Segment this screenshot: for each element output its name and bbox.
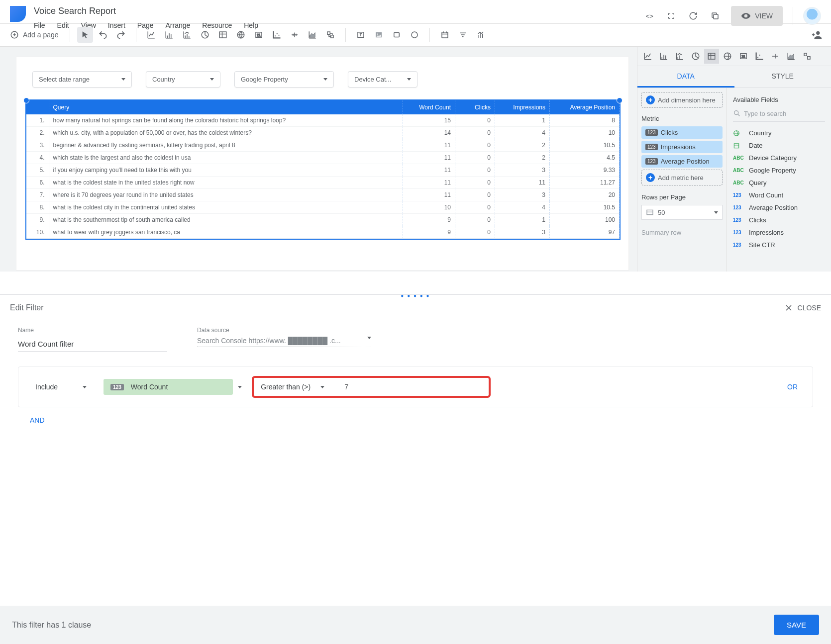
include-exclude-select[interactable]: Include	[28, 379, 94, 395]
report-canvas[interactable]: Select date range Country Google Propert…	[16, 57, 629, 271]
country-filter[interactable]: Country	[146, 71, 220, 88]
copy-icon[interactable]	[709, 10, 721, 22]
filter-value-input[interactable]: 7	[344, 383, 348, 391]
field-item[interactable]: 123Clicks	[733, 214, 825, 226]
svg-point-8	[276, 33, 277, 34]
area-chart-icon[interactable]	[305, 27, 320, 43]
svg-rect-27	[808, 57, 810, 59]
eye-icon	[741, 11, 751, 21]
fields-search[interactable]: Type to search	[733, 107, 825, 122]
filter-name-input[interactable]	[18, 337, 167, 352]
query-table[interactable]: Query Word Count Clicks Impressions Aver…	[25, 99, 621, 240]
ct-table-icon[interactable]	[704, 49, 719, 64]
svg-point-29	[734, 111, 738, 115]
circle-tool[interactable]	[407, 27, 422, 43]
and-button[interactable]: AND	[30, 416, 45, 424]
table-chart-icon[interactable]	[215, 27, 231, 43]
filter-title: Edit Filter	[10, 303, 44, 312]
ct-bullet-icon[interactable]	[768, 49, 783, 64]
field-item[interactable]: 123Average Position	[733, 201, 825, 214]
field-item[interactable]: 123Word Count	[733, 189, 825, 201]
user-avatar[interactable]	[803, 7, 821, 25]
field-item[interactable]: ABCGoogle Property	[733, 164, 825, 177]
scatter-chart-icon[interactable]	[269, 27, 285, 43]
table-row[interactable]: 4.which state is the largest and also th…	[26, 152, 620, 164]
data-tab[interactable]: DATA	[637, 66, 734, 88]
or-button[interactable]: OR	[787, 383, 803, 391]
add-page-button[interactable]: Add a page	[6, 30, 63, 39]
data-source-select[interactable]: Search Console https://www. ████████ .c.…	[197, 337, 371, 347]
ct-area-icon[interactable]	[784, 49, 799, 64]
table-row[interactable]: 9.what is the southernmost tip of south …	[26, 214, 620, 226]
ct-scorecard-icon[interactable]: 21	[736, 49, 751, 64]
field-item[interactable]: Country	[733, 127, 825, 139]
ct-bar-icon[interactable]	[656, 49, 671, 64]
pie-chart-icon[interactable]	[197, 27, 213, 43]
add-people-icon[interactable]	[809, 27, 825, 43]
table-row[interactable]: 3.beginner & advanced fly casting semina…	[26, 139, 620, 152]
ct-pivot-icon[interactable]	[800, 49, 815, 64]
table-row[interactable]: 10.what to wear with grey joggers san fr…	[26, 226, 620, 239]
ct-pie-icon[interactable]	[688, 49, 703, 64]
text-tool[interactable]	[353, 27, 369, 43]
metric-clicks[interactable]: 123Clicks	[641, 126, 723, 139]
metric-impressions[interactable]: 123Impressions	[641, 141, 723, 153]
add-metric[interactable]: +Add metric here	[641, 170, 723, 185]
date-range-filter[interactable]: Select date range	[32, 71, 132, 88]
svg-text:21: 21	[257, 33, 261, 37]
style-tab[interactable]: STYLE	[734, 66, 831, 88]
rows-per-page-select[interactable]: 50	[641, 205, 723, 220]
date-range-tool[interactable]	[437, 27, 453, 43]
filter-control-tool[interactable]	[455, 27, 471, 43]
undo-button[interactable]	[95, 27, 111, 43]
data-control-tool[interactable]	[473, 27, 489, 43]
metric-section-label: Metric	[641, 115, 723, 122]
table-row[interactable]: 2.which u.s. city, with a population of …	[26, 127, 620, 139]
redo-button[interactable]	[113, 27, 129, 43]
field-item[interactable]: Date	[733, 139, 825, 152]
embed-icon[interactable]: <>	[643, 10, 655, 22]
condition-select[interactable]: Greater than (>)	[261, 381, 324, 393]
bar-chart-icon[interactable]	[161, 27, 177, 43]
view-button[interactable]: VIEW	[731, 6, 783, 26]
metric-avg-position[interactable]: 123Average Position	[641, 155, 723, 168]
google-property-filter[interactable]: Google Property	[234, 71, 334, 88]
field-item[interactable]: ABCQuery	[733, 177, 825, 189]
table-row[interactable]: 6.what is the coldest state in the unite…	[26, 177, 620, 189]
field-item[interactable]: ABCDevice Category	[733, 152, 825, 164]
data-source-label: Data source	[197, 327, 371, 334]
add-dimension[interactable]: +Add dimension here	[641, 92, 723, 108]
select-tool[interactable]	[77, 27, 93, 43]
summary-row-label: Summary row	[641, 229, 723, 236]
line-chart-icon[interactable]	[143, 27, 159, 43]
rectangle-tool[interactable]	[389, 27, 405, 43]
svg-point-24	[757, 57, 758, 58]
filter-field-select[interactable]: 123 Word Count	[104, 379, 233, 395]
ct-combo-icon[interactable]	[672, 49, 687, 64]
menu-file[interactable]: File	[34, 21, 45, 29]
table-row[interactable]: 8.what is the coldest city in the contin…	[26, 201, 620, 214]
table-row[interactable]: 5.if you enjoy camping you'll need to ta…	[26, 164, 620, 177]
bullet-chart-icon[interactable]	[287, 27, 303, 43]
scorecard-icon[interactable]: 21	[251, 27, 267, 43]
geo-chart-icon[interactable]	[233, 27, 249, 43]
table-row[interactable]: 1.how many natural hot springs can be fo…	[26, 114, 620, 127]
combo-chart-icon[interactable]	[179, 27, 195, 43]
drag-handle-icon[interactable]: ● ● ● ● ●	[401, 293, 430, 298]
ct-scatter-icon[interactable]	[752, 49, 767, 64]
close-button[interactable]: CLOSE	[784, 303, 821, 313]
pivot-icon[interactable]	[322, 27, 338, 43]
document-title[interactable]: Voice Search Report	[34, 4, 258, 16]
field-item[interactable]: 123Site CTR	[733, 239, 825, 251]
ct-line-icon[interactable]	[640, 49, 655, 64]
ct-geo-icon[interactable]	[720, 49, 735, 64]
app-header: Voice Search Report File Edit View Inser…	[0, 0, 831, 24]
table-row[interactable]: 7.where is it 70 degrees year round in t…	[26, 189, 620, 201]
refresh-icon[interactable]	[687, 10, 699, 22]
device-category-filter[interactable]: Device Cat...	[348, 71, 417, 88]
image-tool[interactable]	[371, 27, 387, 43]
field-item[interactable]: 123Impressions	[733, 226, 825, 239]
menu-edit[interactable]: Edit	[57, 21, 69, 29]
save-button[interactable]: SAVE	[774, 615, 819, 635]
fullscreen-icon[interactable]	[665, 10, 677, 22]
